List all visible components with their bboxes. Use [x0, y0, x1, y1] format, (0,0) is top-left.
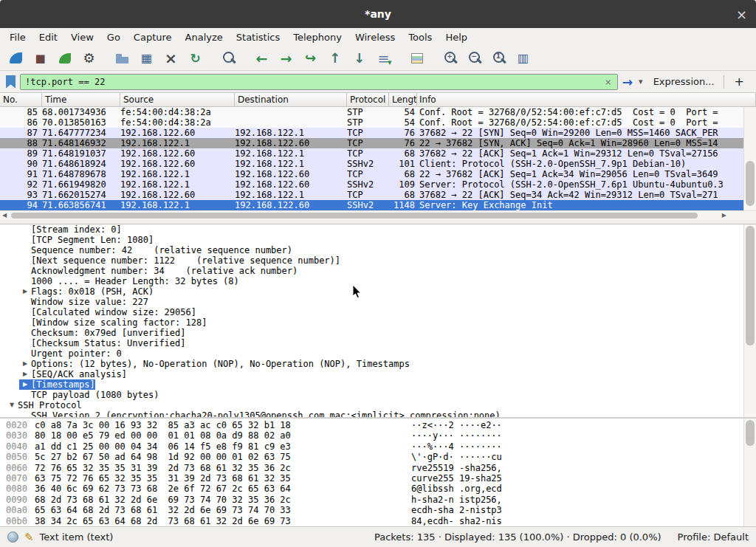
hex-row[interactable]: 0040a1 dd c1 25 00 00 04 34 06 14 f5 e8 … [0, 441, 756, 452]
detail-line[interactable]: [Stream index: 0] [0, 224, 756, 235]
go-first-button[interactable] [323, 48, 346, 69]
details-vertical-scrollbar[interactable] [743, 224, 756, 417]
capture-restart-button[interactable] [53, 48, 76, 69]
packet-row[interactable]: 9471.663856741192.168.122.1192.168.122.6… [0, 200, 756, 210]
detail-line[interactable]: Urgent pointer: 0 [0, 348, 756, 359]
scroll-left-icon[interactable]: ◀ [2, 211, 7, 220]
bytes-vertical-scrollbar[interactable] [743, 419, 756, 526]
packet-row[interactable]: 9171.648789678192.168.122.1192.168.122.6… [0, 169, 756, 179]
menu-file[interactable]: File [3, 30, 32, 45]
packet-row[interactable]: 9071.648618924192.168.122.60192.168.122.… [0, 159, 756, 169]
detail-line[interactable]: [TCP Segment Len: 1080] [0, 235, 756, 245]
detail-line[interactable]: ▶Flags: 0x018 (PSH, ACK) [0, 286, 756, 297]
detail-line[interactable]: Checksum: 0x79ed [unverified] [0, 328, 756, 338]
expression-button[interactable]: Expression... [649, 76, 719, 87]
expert-info-icon[interactable] [7, 531, 18, 543]
collapsed-arrow-icon[interactable]: ▶ [19, 379, 31, 390]
collapsed-arrow-icon[interactable]: ▶ [19, 359, 31, 369]
menu-wireless[interactable]: Wireless [348, 30, 402, 45]
menu-telephony[interactable]: Telephony [286, 30, 348, 45]
packet-row[interactable]: 8771.647777234192.168.122.60192.168.122.… [0, 128, 756, 138]
detail-line[interactable]: Window size value: 227 [0, 297, 756, 307]
menu-go[interactable]: Go [100, 30, 127, 45]
go-forward-button[interactable] [275, 48, 298, 69]
column-header-length[interactable]: Length [389, 93, 417, 106]
detail-line[interactable]: ▶Options: (12 bytes), No-Operation (NOP)… [0, 359, 756, 369]
packet-row[interactable]: 9371.662015274192.168.122.60192.168.122.… [0, 190, 756, 200]
filter-dropdown-icon[interactable]: ▾ [637, 77, 645, 86]
menu-capture[interactable]: Capture [127, 30, 179, 45]
detail-line[interactable]: Acknowledgment number: 34 (relative ack … [0, 266, 756, 276]
detail-line[interactable]: SSH Version 2 (encryption:chacha20-poly1… [0, 410, 756, 417]
reload-button[interactable] [184, 48, 207, 69]
menu-edit[interactable]: Edit [32, 30, 64, 45]
colorize-button[interactable] [405, 48, 428, 69]
menu-help[interactable]: Help [439, 30, 474, 45]
hex-row[interactable]: 00505c 27 b2 67 50 ad 64 98 1d 92 00 00 … [0, 452, 756, 462]
column-header-source[interactable]: Source [120, 93, 235, 106]
file-close-button[interactable] [159, 48, 182, 69]
detail-line[interactable]: 1000 .... = Header Length: 32 bytes (8) [0, 276, 756, 286]
capture-stop-button[interactable] [29, 48, 52, 69]
menu-tools[interactable]: Tools [402, 30, 439, 45]
scrollbar-thumb[interactable] [11, 213, 698, 219]
filter-bookmark-icon[interactable] [6, 75, 16, 89]
zoom-original-button[interactable] [487, 48, 510, 69]
packet-row[interactable]: 8670.013850163fe:54:00:d4:38:2aSTP54Conf… [0, 117, 756, 128]
auto-scroll-button[interactable] [372, 48, 395, 69]
zoom-out-button[interactable] [463, 48, 486, 69]
detail-line[interactable]: ▶[Timestamps] [0, 379, 756, 390]
capture-start-button[interactable] [4, 48, 27, 69]
scroll-right-icon[interactable]: ▶ [722, 211, 726, 220]
zoom-in-button[interactable] [439, 48, 461, 69]
capture-options-button[interactable] [78, 48, 100, 69]
hex-row[interactable]: 00b038 34 2c 65 63 64 68 2d 73 68 61 32 … [0, 516, 756, 526]
scrollbar-thumb[interactable] [746, 161, 755, 207]
detail-line[interactable]: ▼SSH Protocol [0, 400, 756, 410]
column-header-info[interactable]: Info [417, 93, 756, 106]
collapsed-arrow-icon[interactable]: ▶ [19, 286, 31, 297]
display-filter-input[interactable]: !tcp.port == 22 × [20, 74, 618, 90]
detail-line[interactable]: [Window size scaling factor: 128] [0, 317, 756, 328]
status-profile[interactable]: Profile: Default [678, 531, 749, 543]
packet-row[interactable]: 9271.661949820192.168.122.1192.168.122.6… [0, 179, 756, 190]
menu-view[interactable]: View [64, 30, 100, 45]
packet-list-horizontal-scrollbar[interactable]: ◀ ▶ [0, 210, 756, 219]
scrollbar-thumb[interactable] [746, 226, 755, 345]
capture-comment-pencil-icon[interactable] [24, 531, 34, 544]
packet-list-vertical-scrollbar[interactable] [743, 107, 756, 210]
detail-line[interactable]: [Calculated window size: 29056] [0, 307, 756, 317]
go-back-button[interactable] [250, 48, 273, 69]
hex-row[interactable]: 007063 75 72 76 65 32 35 35 31 39 2d 73 … [0, 473, 756, 484]
hex-row[interactable]: 008036 40 6c 69 62 73 73 68 2e 6f 72 67 … [0, 484, 756, 494]
column-header-time[interactable]: Time [42, 93, 120, 106]
close-window-icon[interactable]: × [736, 7, 747, 22]
detail-line[interactable]: [Checksum Status: Unverified] [0, 338, 756, 348]
filter-apply-icon[interactable]: → [622, 75, 633, 89]
scrollbar-thumb[interactable] [746, 420, 755, 446]
find-button[interactable] [217, 48, 240, 69]
filter-clear-icon[interactable]: × [603, 76, 612, 88]
column-header-no[interactable]: No. [0, 93, 42, 106]
collapsed-arrow-icon[interactable]: ▶ [19, 369, 31, 379]
menu-analyze[interactable]: Analyze [179, 30, 230, 45]
packet-row[interactable]: 8971.648191037192.168.122.60192.168.122.… [0, 148, 756, 159]
detail-line[interactable]: ▶[SEQ/ACK analysis] [0, 369, 756, 379]
hex-row[interactable]: 006072 76 65 32 35 35 31 39 2d 73 68 61 … [0, 463, 756, 473]
go-to-packet-button[interactable] [299, 48, 322, 69]
file-save-button[interactable] [135, 48, 158, 69]
menu-statistics[interactable]: Statistics [230, 30, 286, 45]
packet-row[interactable]: 8568.001734936fe:54:00:d4:38:2aSTP54Conf… [0, 107, 756, 117]
hex-row[interactable]: 00a065 63 64 68 2d 73 68 61 32 2d 6e 69 … [0, 505, 756, 515]
hex-row[interactable]: 003080 18 00 e5 79 ed 00 00 01 01 08 0a … [0, 430, 756, 441]
column-header-destination[interactable]: Destination [235, 93, 347, 106]
detail-line[interactable]: [Next sequence number: 1122 (relative se… [0, 255, 756, 266]
hex-row[interactable]: 0020c0 a8 7a 3c 00 16 93 32 85 a3 ac c0 … [0, 420, 756, 430]
add-filter-button[interactable]: + [729, 75, 750, 89]
hex-row[interactable]: 009068 2d 73 68 61 32 2d 6e 69 73 74 70 … [0, 495, 756, 505]
detail-line[interactable]: Sequence number: 42 (relative sequence n… [0, 245, 756, 255]
file-open-button[interactable] [111, 48, 134, 69]
column-header-protocol[interactable]: Protocol [347, 93, 389, 106]
packet-row[interactable]: 8871.648146932192.168.122.1192.168.122.6… [0, 138, 756, 148]
detail-line[interactable]: TCP payload (1080 bytes) [0, 390, 756, 400]
